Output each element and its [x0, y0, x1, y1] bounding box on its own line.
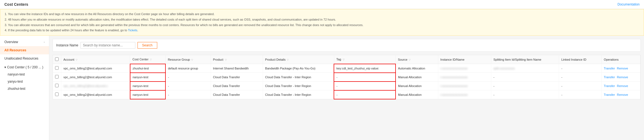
- row-tag: -: [334, 82, 396, 90]
- tickets-link[interactable]: Tickets: [128, 29, 137, 32]
- documentation-link[interactable]: Documentation: [617, 2, 640, 6]
- sidebar-item-unallocated[interactable]: Unallocated Resources: [0, 54, 49, 63]
- row-linked-id: -: [559, 73, 602, 82]
- th-product-details: Product Details ▽: [263, 55, 334, 64]
- sidebar-cost-center-label: Cost Center ( 5 / 200 ... ): [7, 65, 43, 69]
- remove-button[interactable]: Remove: [617, 67, 629, 70]
- row-cost-center: nanyun-test: [130, 82, 165, 90]
- th-linked-id: Linked Instance ID: [559, 55, 602, 64]
- transfer-button[interactable]: Transfer: [604, 67, 616, 70]
- th-source: Source ▽: [396, 55, 438, 64]
- collapse-icon: ›: [44, 41, 45, 44]
- row-product: Cloud Data Transfer: [211, 90, 263, 99]
- th-checkbox: [53, 55, 61, 64]
- notice-line-1: 1. You can view the instance IDs and tag…: [5, 12, 639, 17]
- sidebar-child-zhushui[interactable]: zhushui-test: [0, 85, 49, 92]
- row-splitting: -: [491, 73, 559, 82]
- row-product: Internet Shared Bandwidth: [211, 64, 263, 73]
- sidebar-overview-label: Overview: [4, 40, 18, 44]
- sidebar-item-overview[interactable]: Overview ›: [0, 38, 49, 46]
- page-title: Cost Centers: [4, 2, 28, 7]
- th-account: Account ▽: [61, 55, 130, 64]
- row-instance-id: i-xxxxxxxxxxxxxxxxx: [438, 64, 491, 73]
- row-checkbox[interactable]: [55, 66, 59, 70]
- sidebar-item-all-resources[interactable]: All Resources: [0, 46, 49, 54]
- sidebar-child-nanyun[interactable]: nanyun-test: [0, 71, 49, 78]
- row-product-details: Bandwidth Package (Pay-As-You-Go): [263, 64, 334, 73]
- table-row: vpc_oms_billing2@test.aliyunid.c nanyun-…: [53, 82, 640, 90]
- search-button[interactable]: Search: [138, 42, 157, 49]
- search-input[interactable]: [81, 42, 135, 49]
- row-checkbox[interactable]: [55, 93, 59, 96]
- source-filter-icon[interactable]: ▽: [409, 58, 411, 61]
- row-product: Cloud Data Transfer: [211, 82, 263, 90]
- row-product-details: Cloud Data Transfer - Inter Region: [263, 73, 334, 82]
- row-account: vpc_oms_billing2@test.aliyunid.com: [61, 73, 130, 82]
- sidebar-child-yanyu[interactable]: yanyu-test: [0, 78, 49, 85]
- row-tag: key:cdt_test_zhushui_eip value:: [334, 64, 396, 73]
- row-checkbox[interactable]: [55, 75, 59, 79]
- transfer-button[interactable]: Transfer: [604, 75, 616, 79]
- table-row: vpc_oms_billing2@test.aliyunid.com zhush…: [53, 64, 640, 73]
- row-source: Automatic Allocation: [396, 64, 438, 73]
- row-cost-center: zhushui-test: [130, 64, 165, 73]
- row-operations: Transfer Remove: [602, 82, 640, 90]
- account-filter-icon[interactable]: ▽: [76, 58, 78, 61]
- row-checkbox-cell: [53, 90, 61, 99]
- main-content: Overview › All Resources Unallocated Res…: [0, 36, 644, 140]
- sidebar-cost-center-section: ▾ Cost Center ( 5 / 200 ... ) nanyun-tes…: [0, 63, 49, 93]
- table-container: Account ▽ Cost Center ▽ Resource Group ▽: [53, 55, 641, 100]
- notice-box: 1. You can view the instance IDs and tag…: [0, 9, 644, 36]
- notice-line-4: 4. If the preceding data fails to be upd…: [5, 28, 639, 33]
- child-label: nanyun-test: [8, 72, 25, 76]
- row-source: Manual Allocation: [396, 90, 438, 99]
- remove-button[interactable]: Remove: [617, 93, 629, 96]
- row-operations: Transfer Remove: [602, 90, 640, 99]
- th-tag: Tag ▽: [334, 55, 396, 64]
- sidebar-all-resources-label: All Resources: [4, 48, 26, 52]
- tag-filter-icon[interactable]: ▽: [343, 58, 345, 61]
- product-filter-icon[interactable]: ▽: [225, 58, 227, 61]
- resource-group-filter-icon[interactable]: ▽: [191, 58, 193, 61]
- product-details-filter-icon[interactable]: ▽: [287, 58, 289, 61]
- notice-line-3: 3. You can allocate resources that are c…: [5, 23, 639, 28]
- row-source: Manual Allocation: [396, 82, 438, 90]
- th-cost-center: Cost Center ▽: [130, 55, 165, 64]
- expand-icon: ▾: [4, 65, 6, 69]
- transfer-button[interactable]: Transfer: [604, 84, 616, 88]
- remove-button[interactable]: Remove: [617, 84, 629, 88]
- transfer-button[interactable]: Transfer: [604, 93, 616, 96]
- row-product: Cloud Data Transfer: [211, 73, 263, 82]
- sidebar-unallocated-label: Unallocated Resources: [4, 57, 38, 60]
- th-operations: Operations: [602, 55, 640, 64]
- th-splitting: Splitting Item Id/Splitting Item Name: [491, 55, 559, 64]
- table-header-row: Account ▽ Cost Center ▽ Resource Group ▽: [53, 55, 640, 64]
- row-resource-group: -: [165, 90, 211, 99]
- row-tag: -: [334, 90, 396, 99]
- top-bar: Cost Centers Documentation: [0, 0, 644, 9]
- row-checkbox[interactable]: [55, 84, 59, 87]
- row-checkbox-cell: [53, 64, 61, 73]
- row-checkbox-cell: [53, 82, 61, 90]
- cost-center-filter-icon[interactable]: ▽: [150, 58, 152, 61]
- row-account: vpc_oms_billing2@test.aliyunid.com: [61, 64, 130, 73]
- row-source: Manual Allocation: [396, 73, 438, 82]
- row-account: vpc_oms_billing2@test.aliyunid.c: [61, 82, 130, 90]
- table-row: vpc_oms_billing2@test.aliyunid.com nanyu…: [53, 73, 640, 82]
- remove-button[interactable]: Remove: [617, 75, 629, 79]
- row-product-details: Cloud Data Transfer - Inter Region: [263, 82, 334, 90]
- search-label: Instance Name: [56, 43, 78, 47]
- row-linked-id: -: [559, 82, 602, 90]
- content-area: Instance Name Search Account ▽: [49, 36, 644, 140]
- row-splitting: -: [491, 82, 559, 90]
- select-all-checkbox[interactable]: [55, 57, 59, 61]
- notice-line-2: 2. 48 hours after you re-allocate resour…: [5, 17, 639, 23]
- row-checkbox-cell: [53, 73, 61, 82]
- sidebar-cost-center-group[interactable]: ▾ Cost Center ( 5 / 200 ... ): [0, 64, 49, 71]
- row-resource-group: -: [165, 73, 211, 82]
- row-account: vpc_oms_billing2@test.aliyunid.com: [61, 90, 130, 99]
- row-tag: -: [334, 73, 396, 82]
- row-splitting: split-xxxxxxxxxx: [491, 64, 559, 73]
- th-instance-id: Instance ID/Name: [438, 55, 491, 64]
- row-product-details: Cloud Data Transfer - Inter Region: [263, 90, 334, 99]
